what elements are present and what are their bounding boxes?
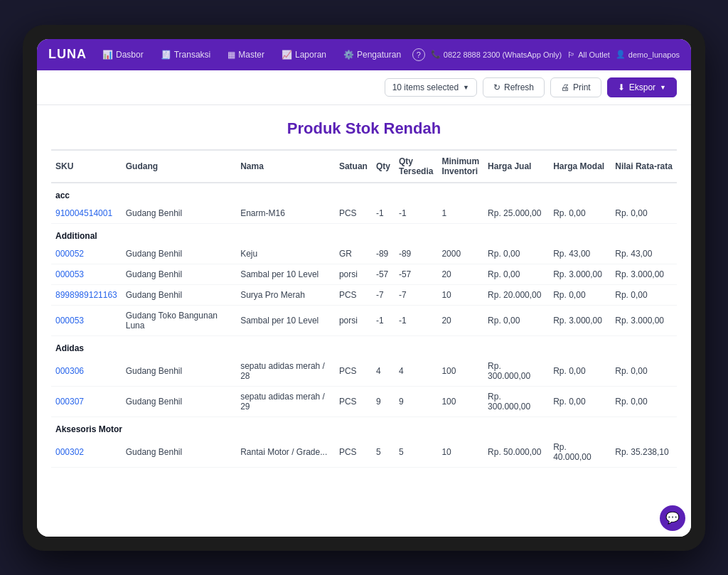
nav-right: ? 📞 0822 8888 2300 (WhatsApp Only) 🏳 All… — [412, 48, 680, 61]
col-sku: SKU — [51, 150, 122, 183]
category-row: Adidas — [51, 335, 677, 356]
harga-modal-cell: Rp. 40.000,00 — [549, 437, 611, 468]
qty-cell: -57 — [372, 264, 395, 284]
sku-cell[interactable]: 000306 — [51, 356, 122, 387]
qty-cell: 4 — [372, 356, 395, 387]
nav-item-laporan[interactable]: 📈 Laporan — [274, 45, 333, 64]
harga-modal-cell: Rp. 0,00 — [549, 284, 611, 305]
harga-modal-cell: Rp. 0,00 — [549, 203, 611, 224]
qty-cell: 9 — [372, 386, 395, 417]
qty-tersedia-cell: -1 — [395, 305, 437, 335]
whatsapp-contact[interactable]: 📞 0822 8888 2300 (WhatsApp Only) — [431, 50, 562, 59]
minimum-cell: 1 — [437, 203, 483, 224]
harga-modal-cell: Rp. 0,00 — [549, 386, 611, 417]
nama-cell: Sambal per 10 Level — [236, 305, 335, 335]
nav-item-transaksi[interactable]: 🧾 Transaksi — [154, 45, 218, 64]
harga-jual-cell: Rp. 20.000,00 — [483, 284, 549, 305]
chat-bubble-button[interactable]: 💬 — [660, 505, 685, 531]
satuan-cell: porsi — [335, 264, 372, 284]
tablet-frame: LUNA 📊 Dasbor 🧾 Transaksi ▦ Master 📈 Lap… — [23, 25, 705, 551]
receipt-icon: 🧾 — [161, 50, 171, 60]
sku-cell[interactable]: 000052 — [51, 244, 122, 264]
qty-tersedia-cell: -89 — [395, 244, 437, 264]
export-icon: ⬇ — [618, 82, 625, 92]
satuan-cell: GR — [335, 244, 372, 264]
minimum-cell: 20 — [437, 305, 483, 335]
navbar: LUNA 📊 Dasbor 🧾 Transaksi ▦ Master 📈 Lap… — [37, 39, 691, 70]
user-icon: 👤 — [616, 50, 626, 59]
minimum-cell: 100 — [437, 356, 483, 387]
user-menu[interactable]: 👤 demo_lunapos — [616, 50, 680, 59]
col-qty: Qty — [372, 150, 395, 183]
minimum-cell: 10 — [437, 284, 483, 305]
print-icon: 🖨 — [561, 82, 569, 92]
table-row: 000302Gudang BenhilRantai Motor / Grade.… — [51, 437, 677, 468]
table-header-row: SKU Gudang Nama Satuan Qty QtyTersedia M… — [51, 150, 677, 183]
outlet-selector[interactable]: 🏳 All Outlet — [567, 50, 610, 59]
gudang-cell: Gudang Benhil — [122, 244, 236, 264]
main-content: 10 items selected ▼ ↻ Refresh 🖨 Print ⬇ … — [37, 70, 691, 537]
col-nama: Nama — [236, 150, 335, 183]
table-row: 000053Gudang BenhilSambal per 10 Levelpo… — [51, 264, 677, 284]
chat-icon: 💬 — [665, 511, 680, 525]
gudang-cell: Gudang Benhil — [122, 264, 236, 284]
category-label: Adidas — [51, 335, 677, 356]
minimum-cell: 100 — [437, 386, 483, 417]
col-nilai-rata: Nilai Rata-rata — [611, 150, 677, 183]
sku-cell[interactable]: 910004514001 — [51, 203, 122, 224]
satuan-cell: PCS — [335, 386, 372, 417]
sku-cell[interactable]: 8998989121163 — [51, 284, 122, 305]
qty-tersedia-cell: -7 — [395, 284, 437, 305]
table-row: 8998989121163Gudang BenhilSurya Pro Mera… — [51, 284, 677, 305]
harga-modal-cell: Rp. 3.000,00 — [549, 305, 611, 335]
nav-item-pengaturan[interactable]: ⚙️ Pengaturan — [336, 45, 408, 64]
gear-icon: ⚙️ — [343, 50, 354, 60]
chevron-down-icon: ▼ — [463, 84, 469, 91]
qty-tersedia-cell: -1 — [395, 203, 437, 224]
nav-item-dasbor[interactable]: 📊 Dasbor — [95, 45, 151, 64]
product-table: SKU Gudang Nama Satuan Qty QtyTersedia M… — [51, 149, 677, 468]
satuan-cell: PCS — [335, 356, 372, 387]
grid-icon: ▦ — [228, 50, 235, 60]
harga-jual-cell: Rp. 0,00 — [483, 244, 549, 264]
phone-icon: 📞 — [431, 50, 441, 59]
qty-cell: -7 — [372, 284, 395, 305]
gudang-cell: Gudang Benhil — [122, 356, 236, 387]
nama-cell: Keju — [236, 244, 335, 264]
table-row: 000052Gudang BenhilKejuGR-89-892000Rp. 0… — [51, 244, 677, 264]
sku-cell[interactable]: 000302 — [51, 437, 122, 468]
category-label: Aksesoris Motor — [51, 417, 677, 437]
table-row: 000306Gudang Benhilsepatu adidas merah /… — [51, 356, 677, 387]
harga-jual-cell: Rp. 25.000,00 — [483, 203, 549, 224]
nilai-rata-cell: Rp. 35.238,10 — [611, 437, 677, 468]
nama-cell: sepatu adidas merah / 29 — [236, 386, 335, 417]
help-button[interactable]: ? — [412, 48, 425, 61]
sku-cell[interactable]: 000053 — [51, 305, 122, 335]
nilai-rata-cell: Rp. 43,00 — [611, 244, 677, 264]
col-qty-tersedia: QtyTersedia — [395, 150, 437, 183]
report-title: Produk Stok Rendah — [51, 105, 677, 149]
category-row: acc — [51, 183, 677, 203]
items-selected-badge[interactable]: 10 items selected ▼ — [385, 78, 477, 97]
export-button[interactable]: ⬇ Ekspor ▼ — [607, 77, 677, 97]
nav-item-master[interactable]: ▦ Master — [220, 45, 272, 64]
col-harga-modal: Harga Modal — [549, 150, 611, 183]
nilai-rata-cell: Rp. 0,00 — [611, 203, 677, 224]
sku-cell[interactable]: 000307 — [51, 386, 122, 417]
qty-cell: -1 — [372, 305, 395, 335]
minimum-cell: 10 — [437, 437, 483, 468]
qty-cell: -1 — [372, 203, 395, 224]
harga-modal-cell: Rp. 3.000,00 — [549, 264, 611, 284]
sku-cell[interactable]: 000053 — [51, 264, 122, 284]
gudang-cell: Gudang Benhil — [122, 203, 236, 224]
table-row: 910004514001Gudang BenhilEnarm-M16PCS-1-… — [51, 203, 677, 224]
nilai-rata-cell: Rp. 3.000,00 — [611, 305, 677, 335]
gudang-cell: Gudang Benhil — [122, 437, 236, 468]
export-chevron-icon: ▼ — [660, 84, 666, 91]
satuan-cell: PCS — [335, 284, 372, 305]
refresh-button[interactable]: ↻ Refresh — [483, 77, 545, 97]
print-button[interactable]: 🖨 Print — [550, 77, 601, 97]
category-label: Additional — [51, 223, 677, 244]
table-wrapper: Produk Stok Rendah SKU Gudang Nama Satua… — [37, 105, 691, 537]
gudang-cell: Gudang Benhil — [122, 284, 236, 305]
